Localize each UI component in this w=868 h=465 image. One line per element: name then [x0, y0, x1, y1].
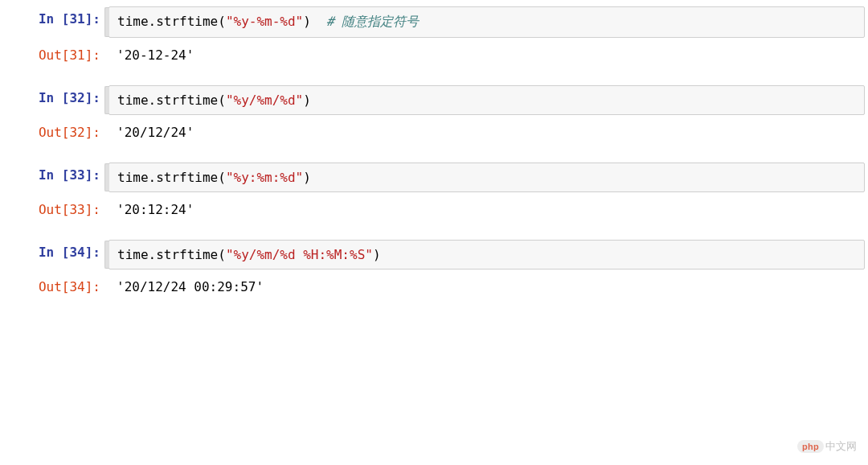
code-line: time.strftime("%y-%m-%d") # 随意指定符号 [117, 14, 419, 29]
input-cell: In [32]: time.strftime("%y/%m/%d") [0, 85, 868, 115]
code-string: "%y/%m/%d %H:%M:%S" [226, 247, 373, 262]
input-cell: In [31]: time.strftime("%y-%m-%d") # 随意指… [0, 6, 868, 38]
code-dot: . [149, 14, 157, 29]
input-prompt: In [31]: [0, 6, 108, 31]
code-comment: # 随意指定符号 [311, 14, 420, 29]
code-line: time.strftime("%y/%m/%d %H:%M:%S") [117, 247, 381, 262]
code-string: "%y/%m/%d" [226, 93, 303, 108]
code-obj: time [117, 93, 149, 108]
output-prompt: Out[31]: [0, 43, 108, 68]
output-prompt: Out[33]: [0, 197, 108, 222]
code-method: strftime [156, 14, 218, 29]
code-obj: time [117, 170, 149, 185]
open-paren: ( [218, 93, 226, 108]
output-cell: Out[31]: '20-12-24' [0, 43, 868, 68]
close-paren: ) [303, 14, 311, 29]
code-method: strftime [156, 93, 218, 108]
output-text: '20/12/24' [108, 120, 868, 145]
code-obj: time [117, 14, 149, 29]
code-input-area[interactable]: time.strftime("%y-%m-%d") # 随意指定符号 [108, 6, 865, 38]
code-line: time.strftime("%y/%m/%d") [117, 93, 311, 108]
input-prompt: In [32]: [0, 85, 108, 110]
open-paren: ( [218, 170, 226, 185]
output-cell: Out[32]: '20/12/24' [0, 120, 868, 145]
output-prompt: Out[34]: [0, 274, 108, 299]
open-paren: ( [218, 247, 226, 262]
code-string: "%y:%m:%d" [226, 170, 303, 185]
output-cell: Out[33]: '20:12:24' [0, 197, 868, 222]
code-input-area[interactable]: time.strftime("%y/%m/%d") [108, 85, 865, 115]
input-prompt: In [34]: [0, 240, 108, 265]
code-obj: time [117, 247, 149, 262]
output-prompt: Out[32]: [0, 120, 108, 145]
code-dot: . [149, 93, 157, 108]
close-paren: ) [303, 93, 311, 108]
close-paren: ) [303, 170, 311, 185]
code-input-area[interactable]: time.strftime("%y/%m/%d %H:%M:%S") [108, 240, 865, 270]
open-paren: ( [218, 14, 226, 29]
input-cell: In [33]: time.strftime("%y:%m:%d") [0, 163, 868, 192]
code-method: strftime [156, 247, 218, 262]
output-text: '20:12:24' [108, 197, 868, 222]
code-string: "%y-%m-%d" [226, 14, 303, 29]
input-prompt: In [33]: [0, 163, 108, 187]
output-text: '20/12/24 00:29:57' [108, 274, 868, 299]
close-paren: ) [373, 247, 381, 262]
code-input-area[interactable]: time.strftime("%y:%m:%d") [108, 163, 865, 192]
code-line: time.strftime("%y:%m:%d") [117, 170, 311, 185]
code-dot: . [149, 170, 157, 185]
input-cell: In [34]: time.strftime("%y/%m/%d %H:%M:%… [0, 240, 868, 270]
code-method: strftime [156, 170, 218, 185]
output-cell: Out[34]: '20/12/24 00:29:57' [0, 274, 868, 299]
code-dot: . [149, 247, 157, 262]
output-text: '20-12-24' [108, 43, 868, 68]
